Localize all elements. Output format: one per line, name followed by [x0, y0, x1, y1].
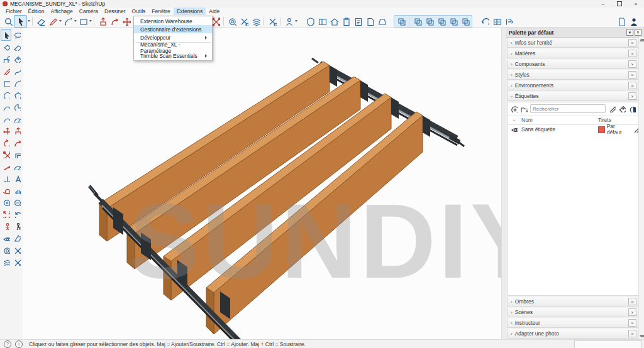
move-tool-button[interactable]: [120, 16, 132, 27]
tool-move[interactable]: [1, 124, 11, 136]
user-button[interactable]: [627, 16, 639, 27]
menu-edition[interactable]: Édition: [25, 8, 48, 15]
menu-fichier[interactable]: Fichier: [3, 8, 25, 15]
menu-aide[interactable]: Aide: [206, 8, 223, 15]
purge-icon[interactable]: [628, 105, 636, 112]
section-scenes[interactable]: ›Scènes×: [507, 307, 639, 317]
tool-sector[interactable]: [11, 112, 22, 124]
section-styles[interactable]: ›Styles×: [507, 70, 639, 80]
tool-zoom-window[interactable]: [11, 196, 22, 208]
zoom-tool-button[interactable]: [2, 16, 14, 27]
menu-outils[interactable]: Outils: [129, 8, 149, 15]
menu-affichage[interactable]: Affichage: [48, 8, 76, 15]
overlap-4-button[interactable]: [435, 16, 447, 27]
select-tool-button[interactable]: [14, 15, 27, 28]
close-icon[interactable]: ×: [628, 330, 636, 337]
document-lines-button[interactable]: [352, 16, 364, 27]
account-button[interactable]: [282, 16, 294, 27]
menu-item-gestionnaire-extensions[interactable]: Gestionnaire d'extensions: [134, 25, 212, 33]
ext-flip2-button[interactable]: [266, 16, 278, 27]
new-page-button[interactable]: [364, 16, 375, 27]
ext-flip-button[interactable]: [238, 16, 250, 27]
new-document-button[interactable]: [615, 16, 627, 27]
menu-item-mecanisme-xl[interactable]: Mecanisme_XL - Paramétrage: [134, 43, 212, 52]
overlap-2-button[interactable]: [411, 16, 423, 27]
tool-rectangle[interactable]: [1, 77, 11, 89]
tool-orbit[interactable]: [1, 184, 11, 196]
column-nom[interactable]: Nom: [521, 117, 598, 123]
tray-title-bar[interactable]: Palette par défaut ▾ ×: [506, 28, 644, 38]
tool-position-camera[interactable]: [1, 220, 11, 232]
rectangle-dropdown-caret[interactable]: [89, 20, 92, 22]
pin-icon[interactable]: ▾: [626, 29, 633, 36]
account-dropdown-caret[interactable]: [295, 20, 297, 22]
tool-zoom-extents[interactable]: [1, 208, 11, 220]
push-pull-tool-button[interactable]: [96, 16, 108, 27]
close-icon[interactable]: ×: [628, 60, 636, 68]
tool-tag[interactable]: [11, 53, 22, 65]
tool-axes[interactable]: [1, 172, 11, 184]
tool-pie[interactable]: [11, 101, 22, 112]
scroll-up-icon[interactable]: [640, 39, 644, 41]
close-icon[interactable]: ×: [628, 298, 636, 305]
tool-select[interactable]: [1, 29, 11, 41]
select-dropdown-caret[interactable]: [28, 20, 30, 22]
tool-freehand[interactable]: [11, 65, 22, 77]
tool-geolocation[interactable]: [1, 244, 11, 256]
tag-name[interactable]: Sans étiquette: [521, 126, 598, 133]
tag-color-swatch[interactable]: [598, 126, 605, 133]
add-tag-folder-icon[interactable]: [520, 105, 528, 112]
title-bar[interactable]: MECANISME_SUNDIY_XL* - SketchUp – ×: [0, 0, 644, 8]
clipboard-button[interactable]: [340, 16, 352, 27]
arc-tool-button[interactable]: [62, 16, 74, 27]
maximize-button[interactable]: [611, 0, 628, 8]
close-icon[interactable]: ×: [628, 319, 636, 327]
section-match-photo[interactable]: ›Adapter une photo×: [507, 329, 639, 339]
section-materials[interactable]: ›Matières×: [507, 48, 639, 58]
tags-search-input[interactable]: [530, 104, 606, 113]
menu-item-developpeur[interactable]: Développeur: [134, 33, 212, 41]
scroll-down-icon[interactable]: [640, 335, 644, 337]
edit-pencil-icon[interactable]: [608, 105, 616, 112]
ext-layers-button[interactable]: [250, 16, 262, 27]
add-tag-icon[interactable]: [510, 105, 518, 112]
tool-rotate[interactable]: [1, 136, 11, 148]
home-button[interactable]: [328, 16, 340, 27]
tool-offset[interactable]: [11, 148, 22, 160]
overlap-6-button[interactable]: [459, 16, 471, 27]
visibility-eye-icon[interactable]: [511, 125, 518, 133]
tool-scale[interactable]: [1, 148, 11, 160]
overlap-3-button[interactable]: [423, 16, 435, 27]
section-instructor[interactable]: ›Instructeur×: [507, 318, 639, 328]
tray-close-icon[interactable]: ×: [635, 29, 641, 36]
menu-camera[interactable]: Caméra: [76, 8, 101, 15]
close-icon[interactable]: ×: [628, 39, 636, 46]
column-tirets[interactable]: Tirets: [598, 117, 638, 123]
info-icon[interactable]: i: [15, 340, 23, 348]
tool-line[interactable]: [1, 65, 11, 77]
panel-scrollbar[interactable]: [638, 37, 644, 339]
section-entity-info[interactable]: ›Infos sur l'entité×: [507, 38, 639, 48]
menu-dessiner[interactable]: Dessiner: [101, 8, 129, 15]
section-shadows[interactable]: ›Ombres×: [507, 296, 639, 307]
tool-push-pull[interactable]: [11, 124, 22, 136]
tool-eraser[interactable]: [11, 41, 22, 53]
tool-pan[interactable]: [11, 184, 22, 196]
tool-polygon[interactable]: [11, 89, 22, 101]
tool-look-around[interactable]: [1, 232, 11, 244]
section-components[interactable]: ›Composants×: [507, 59, 639, 69]
ext-search-button[interactable]: [226, 16, 238, 27]
overlap-1-button[interactable]: [395, 16, 407, 27]
export-button[interactable]: [502, 16, 514, 27]
tool-three-point-arc[interactable]: [1, 112, 11, 124]
follow-me-tool-button[interactable]: [108, 16, 120, 27]
tool-component[interactable]: [1, 53, 11, 65]
tool-layers[interactable]: [1, 256, 11, 268]
rectangle-tool-button[interactable]: [77, 16, 89, 27]
menu-item-trimble-scan[interactable]: Trimble Scan Essentials: [134, 52, 212, 60]
tray-splitter[interactable]: [501, 28, 506, 339]
tool-two-point-arc[interactable]: [1, 101, 11, 112]
tool-flip-2[interactable]: [11, 256, 22, 268]
help-icon[interactable]: ?: [4, 340, 11, 348]
table-button[interactable]: [491, 16, 502, 27]
